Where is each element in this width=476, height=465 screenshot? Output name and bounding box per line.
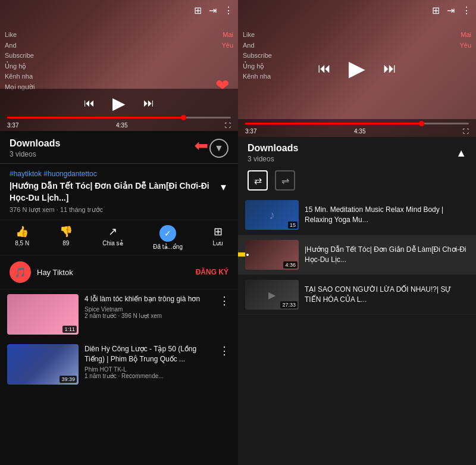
progress-bar-right[interactable] — [245, 123, 469, 124]
play-button-right[interactable]: ▶ — [349, 56, 365, 81]
repeat-icon: ⇄ — [254, 175, 262, 186]
downloads-count-left: 3 videos — [10, 150, 60, 158]
pl-title-0: 15 Min. Meditation Music Relax Mind Body… — [305, 205, 469, 225]
pl-duration-2: 27:33 — [280, 301, 298, 308]
rec-more-0[interactable]: ⋮ — [218, 294, 231, 307]
pl-title-1: |Hướng Dẫn Tết Tóc| Đơn Giản Dễ Làm[Đi C… — [305, 245, 469, 265]
dislike-icon: 👎 — [60, 225, 73, 238]
time-ago: 11 tháng trước — [60, 206, 103, 213]
video-info-left: #haytiktok #huongdantettoc |Hướng Dẫn Tế… — [0, 164, 238, 220]
collapse-button[interactable]: ▲ — [456, 147, 466, 160]
left-phone-panel: Like And Subscribe Ủng hộ Kênh nha Mọi n… — [0, 0, 238, 465]
playlist-item-1[interactable]: ➡ 4:36 |Hướng Dẫn Tết Tóc| Đơn Giản Dễ L… — [238, 235, 476, 275]
cast-icon[interactable]: ⇥ — [209, 5, 217, 16]
done-label: Đã tả...ổng — [153, 244, 183, 250]
rec-more-1[interactable]: ⋮ — [218, 344, 231, 357]
channel-logo: 🎵 — [10, 261, 31, 283]
prev-button[interactable]: ⏮ — [84, 97, 95, 110]
progress-fill-left — [7, 117, 186, 118]
playlist-item-2[interactable]: ▶ 27:33 TẠI SAO CON NGƯỜI LỪA DỐI NHAU!?… — [238, 275, 476, 315]
overlay-text-right-panel: Like And Subscribe Ủng hộ Kênh nha — [243, 30, 272, 82]
share-icon: ↗ — [108, 225, 117, 238]
video-title-row: |Hướng Dẫn Tết Tóc| Đơn Giản Dễ Làm[Đi C… — [10, 180, 228, 204]
expand-button-left[interactable]: ▼ — [209, 139, 228, 158]
next-button-right[interactable]: ⏭ — [383, 61, 396, 76]
pl-thumb-1: 4:36 — [245, 240, 299, 270]
fullscreen-btn-left[interactable]: ⛶ — [225, 122, 231, 129]
downloads-section-left: Downloads 3 videos ▼ ➡ — [0, 131, 238, 164]
share-button[interactable]: ↗ Chia sẻ — [102, 225, 123, 250]
video-meta: 376 N lượt xem · 11 tháng trước — [10, 206, 228, 214]
progress-bar-left[interactable] — [7, 117, 231, 118]
like-icon: 👍 — [15, 225, 29, 238]
pl-title-2: TẠI SAO CON NGƯỜI LỪA DỐI NHAU!?| SỰ TIẾ… — [305, 285, 469, 305]
rec-duration-1: 39:39 — [60, 376, 77, 383]
pl-thumb-0: ♪ 15 — [245, 200, 299, 230]
subscribe-button[interactable]: ĐĂNG KÝ — [196, 268, 228, 276]
rec-meta-0: 2 năm trước · 396 N lượt xem — [84, 313, 212, 319]
right-phone-panel: Like And Subscribe Ủng hộ Kênh nha Mai Y… — [238, 0, 476, 465]
playlist-item-0[interactable]: ♪ 15 15 Min. Meditation Music Relax Mind… — [238, 195, 476, 235]
progress-dot-left — [181, 115, 186, 120]
playlist-count: 3 videos — [248, 155, 298, 163]
video-more-button[interactable]: ▾ — [218, 180, 228, 194]
red-arrow-indicator: ➡ — [195, 136, 208, 155]
rec-channel-1: Phim HOT TK-L — [84, 366, 212, 373]
playlist-title: Downloads — [248, 143, 298, 154]
pl-info-2: TẠI SAO CON NGƯỜI LỪA DỐI NHAU!?| SỰ TIẾ… — [305, 285, 469, 305]
done-icon: ✓ — [159, 225, 176, 242]
video-tags: #haytiktok #huongdantettoc — [10, 170, 228, 178]
shuffle-button[interactable]: ⇌ — [275, 170, 295, 191]
rec-thumb-0[interactable]: 1:11 — [7, 294, 79, 335]
top-icons-left: ⊞ ⇥ ⋮ — [194, 5, 233, 16]
add-icon-right[interactable]: ⊞ — [432, 5, 440, 16]
dislike-button[interactable]: 👎 89 — [60, 225, 73, 250]
player-controls-right: ⏮ ▶ ⏭ — [318, 56, 396, 81]
pl-thumb-2: ▶ 27:33 — [245, 280, 299, 310]
channel-name: Hay Tiktok — [37, 268, 190, 277]
overlay-text-right: Mai Yêu — [221, 30, 233, 51]
downloads-title-left: Downloads — [10, 138, 60, 149]
save-button[interactable]: ⊞ Lưu — [213, 225, 223, 250]
video-player-left: Like And Subscribe Ủng hộ Kênh nha Mọi n… — [0, 0, 238, 131]
more-icon[interactable]: ⋮ — [224, 5, 233, 16]
expand-icon-left: ▼ — [214, 143, 224, 154]
add-icon[interactable]: ⊞ — [194, 5, 202, 16]
pl-duration-1: 4:36 — [283, 261, 298, 269]
prev-button-right[interactable]: ⏮ — [318, 61, 331, 76]
pl-info-1: |Hướng Dẫn Tết Tóc| Đơn Giản Dễ Làm[Đi C… — [305, 245, 469, 265]
pl-active-dot — [246, 254, 249, 256]
play-button[interactable]: ▶ — [112, 93, 126, 113]
repeat-button[interactable]: ⇄ — [248, 170, 268, 191]
rec-title-1: Diên Hy Công Lược - Tập 50 (Lồng Tiếng) … — [84, 344, 212, 364]
time-row-right: 3:37 4:35 ⛶ — [245, 128, 469, 135]
playlist-controls: ⇄ ⇌ — [238, 166, 476, 195]
pl-duration-0: 15 — [288, 221, 298, 229]
current-time-left: 3:37 — [7, 122, 18, 129]
cast-icon-right[interactable]: ⇥ — [447, 5, 455, 16]
rec-info-0: 4 lỗi làm tóc khiến bạn trông già hơn Sp… — [84, 294, 212, 319]
bottom-bar-right: 3:37 4:35 ⛶ — [238, 119, 476, 137]
done-button[interactable]: ✓ Đã tả...ổng — [153, 225, 183, 250]
rec-item-1: 39:39 Diên Hy Công Lược - Tập 50 (Lồng T… — [0, 339, 238, 389]
rec-thumb-1[interactable]: 39:39 — [7, 344, 79, 385]
more-icon-right[interactable]: ⋮ — [462, 5, 471, 16]
like-button[interactable]: 👍 8,5 N — [15, 225, 29, 250]
rec-meta-1: 1 năm trước · Recommende... — [84, 373, 212, 379]
video-bg-right: Like And Subscribe Ủng hộ Kênh nha Mai Y… — [238, 0, 476, 137]
save-label: Lưu — [213, 240, 223, 246]
rec-item-0: 1:11 4 lỗi làm tóc khiến bạn trông già h… — [0, 289, 238, 339]
progress-dot-right — [419, 121, 424, 126]
time-display-left: 3:37 4:35 ⛶ — [7, 122, 231, 129]
pl-info-0: 15 Min. Meditation Music Relax Mind Body… — [305, 205, 469, 225]
next-button[interactable]: ⏭ — [143, 97, 154, 110]
rec-channel-0: Spice Vietnam — [84, 306, 212, 313]
rec-info-1: Diên Hy Công Lược - Tập 50 (Lồng Tiếng) … — [84, 344, 212, 379]
fullscreen-btn-right[interactable]: ⛶ — [463, 128, 469, 135]
player-controls-left: ⏮ ▶ ⏭ 3:37 4:35 ⛶ — [0, 89, 238, 131]
overlay-right-right-panel: Mai Yêu — [459, 30, 471, 51]
playlist-header: Downloads 3 videos ▲ — [238, 137, 476, 166]
rec-duration-0: 1:11 — [62, 326, 77, 333]
view-count: 376 N lượt xem — [10, 206, 55, 213]
playlist-info: Downloads 3 videos — [248, 143, 298, 163]
